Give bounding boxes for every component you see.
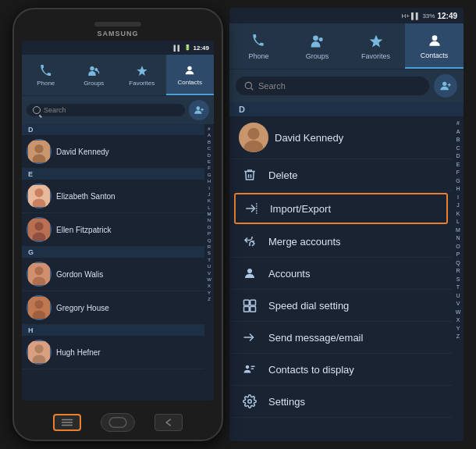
tab-phone-label-right: Phone xyxy=(248,52,268,60)
accounts-icon xyxy=(242,265,258,281)
svg-point-14 xyxy=(34,222,43,230)
avatar-gordon xyxy=(27,262,52,287)
menu-item-settings-label: Settings xyxy=(268,396,305,408)
section-header-d-right: D xyxy=(229,102,464,116)
menu-item-accounts[interactable]: Accounts xyxy=(229,258,453,290)
search-icon-right xyxy=(243,80,254,91)
avatar-hugh xyxy=(27,340,52,365)
svg-point-3 xyxy=(188,66,192,69)
contacts-icon-right xyxy=(426,32,443,49)
svg-rect-25 xyxy=(62,419,73,420)
battery-indicator: 🔋 xyxy=(184,45,191,51)
message-icon xyxy=(242,330,258,345)
svg-point-23 xyxy=(34,344,43,353)
contact-item-hugh[interactable]: Hugh Hefner xyxy=(22,336,204,369)
svg-point-29 xyxy=(313,35,318,41)
svg-point-20 xyxy=(34,300,43,308)
contact-list-inner: D David Kennedy E xyxy=(22,124,204,401)
svg-rect-44 xyxy=(244,307,250,312)
contact-item-ellen[interactable]: Ellen Fitzpatrick xyxy=(22,213,204,247)
tab-contacts-right[interactable]: Contacts xyxy=(405,23,464,69)
tab-phone[interactable]: Phone xyxy=(22,55,70,95)
svg-point-11 xyxy=(34,188,43,197)
tab-phone-right[interactable]: Phone xyxy=(229,23,288,69)
contact-item-elizabeth[interactable]: Elizabeth Santon xyxy=(22,180,204,213)
gear-icon xyxy=(242,394,258,409)
avatar-gregory xyxy=(27,295,52,320)
svg-marker-31 xyxy=(369,34,382,47)
menu-hardware-button[interactable] xyxy=(53,414,81,431)
svg-point-30 xyxy=(318,37,322,41)
signal-icon: ▌▌ xyxy=(174,45,182,51)
phone-icon xyxy=(39,64,53,78)
add-contact-button[interactable] xyxy=(189,100,209,120)
tab-contacts[interactable]: Contacts xyxy=(166,55,215,95)
menu-item-merge-accounts[interactable]: Merge accounts xyxy=(229,226,453,258)
svg-rect-49 xyxy=(251,369,254,370)
merge-icon xyxy=(242,233,258,249)
tab-phone-label: Phone xyxy=(37,80,55,87)
search-placeholder-right: Search xyxy=(258,81,286,91)
search-field-right[interactable]: Search xyxy=(236,77,429,95)
add-contact-button-right[interactable] xyxy=(434,74,457,98)
svg-point-39 xyxy=(247,128,259,140)
battery-right: 33% xyxy=(422,12,435,20)
search-field[interactable]: Search xyxy=(27,104,185,116)
speed-dial-icon xyxy=(242,298,258,313)
screenshot-container: SAMSUNG ▌▌ 🔋 12:49 Phone xyxy=(12,8,464,441)
contact-item-david[interactable]: David Kennedy xyxy=(22,135,204,169)
tab-favorites-label-right: Favorites xyxy=(361,52,390,60)
svg-point-50 xyxy=(248,400,252,404)
avatar-david xyxy=(27,139,52,164)
signal-icon-right: H+ ▌▌ xyxy=(401,12,420,20)
tab-groups[interactable]: Groups xyxy=(70,55,119,95)
tab-groups-label: Groups xyxy=(83,80,104,87)
contact-row-david[interactable]: David Kennedy xyxy=(229,116,453,159)
menu-item-settings[interactable]: Settings xyxy=(229,386,453,418)
section-header-g: G xyxy=(22,247,204,258)
search-bar: Search xyxy=(22,95,214,124)
phone-device: SAMSUNG ▌▌ 🔋 12:49 Phone xyxy=(12,8,223,441)
menu-item-import-export[interactable]: Import/Export xyxy=(234,193,448,224)
tab-favorites[interactable]: Favorites xyxy=(118,55,166,95)
svg-point-0 xyxy=(91,66,94,70)
contact-name-hugh: Hugh Hefner xyxy=(56,348,101,357)
contacts-display-icon xyxy=(242,362,258,377)
svg-point-47 xyxy=(246,365,250,369)
svg-rect-28 xyxy=(109,418,126,427)
home-hardware-button[interactable] xyxy=(101,413,135,432)
phone-icon-right xyxy=(250,33,268,50)
tab-groups-label-right: Groups xyxy=(306,52,329,60)
menu-item-speed-dial[interactable]: Speed dial setting xyxy=(229,290,453,322)
avatar-elizabeth xyxy=(27,184,52,208)
menu-item-contacts-display[interactable]: Contacts to display xyxy=(229,354,453,386)
phone-speaker xyxy=(94,22,141,27)
menu-item-delete-label: Delete xyxy=(268,169,298,181)
menu-item-contacts-display-label: Contacts to display xyxy=(268,364,354,376)
menu-item-accounts-label: Accounts xyxy=(268,268,310,280)
alphabet-index-right: # A B C D E F G H I J K L M N O P Q R S xyxy=(453,116,464,441)
menu-item-send-message[interactable]: Send message/email xyxy=(229,322,453,354)
zoomed-panel: H+ ▌▌ 33% 12:49 Phone xyxy=(229,8,464,441)
contact-item-gordon[interactable]: Gordon Walis xyxy=(22,258,204,291)
samsung-label: SAMSUNG xyxy=(97,30,138,37)
svg-point-4 xyxy=(197,106,201,110)
section-header-h: H xyxy=(22,325,204,336)
contact-name-gregory: Gregory House xyxy=(56,304,109,312)
contact-name-elizabeth: Elizabeth Santon xyxy=(56,192,115,201)
tab-contacts-label-right: Contacts xyxy=(421,52,449,59)
groups-icon-right xyxy=(309,33,326,50)
tab-favorites-label: Favorites xyxy=(129,80,155,87)
svg-point-8 xyxy=(34,144,43,153)
menu-item-merge-label: Merge accounts xyxy=(268,236,341,248)
svg-point-17 xyxy=(34,266,43,275)
menu-item-send-label: Send message/email xyxy=(268,332,363,344)
tab-groups-right[interactable]: Groups xyxy=(288,23,346,69)
menu-item-delete[interactable]: Delete xyxy=(229,159,453,191)
contact-name-gordon: Gordon Walis xyxy=(56,270,103,279)
svg-rect-26 xyxy=(62,422,73,422)
back-hardware-button[interactable] xyxy=(155,414,183,431)
tab-favorites-right[interactable]: Favorites xyxy=(346,23,405,69)
groups-icon xyxy=(87,64,101,78)
contact-item-gregory[interactable]: Gregory House xyxy=(22,291,204,325)
